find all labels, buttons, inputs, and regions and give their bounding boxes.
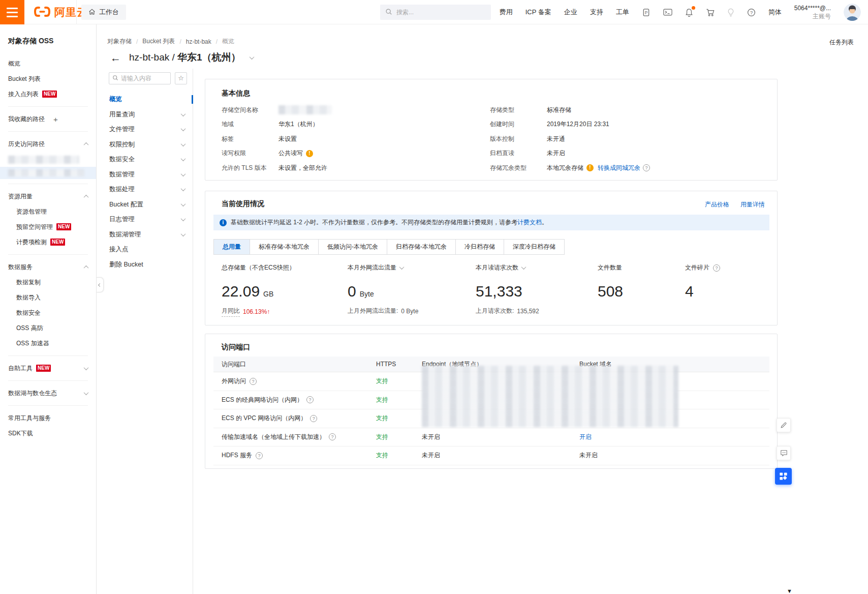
bucket-switch-chevron-icon[interactable]	[249, 54, 254, 60]
blurred-history-path	[8, 156, 79, 164]
sidebar-item-oss-accelerator[interactable]: OSS 加速器	[0, 336, 96, 351]
new-badge: NEW	[36, 365, 51, 372]
blurred-history-path-selected[interactable]	[0, 167, 96, 179]
info-row-bucket-name: 存储空间名称	[222, 103, 486, 117]
tab-ia-lrs[interactable]: 低频访问-本地冗余	[318, 239, 387, 255]
submenu-item-file-management[interactable]: 文件管理	[102, 122, 193, 137]
add-favorite-icon[interactable]: +	[53, 115, 58, 124]
api-icon[interactable]: P	[642, 8, 650, 17]
help-circle-icon[interactable]: ?	[306, 396, 314, 403]
breadcrumb-bucket-list[interactable]: Bucket 列表	[142, 37, 175, 46]
sidebar-data-services-section[interactable]: 数据服务	[0, 259, 96, 275]
cart-icon[interactable]	[706, 8, 715, 17]
submenu-item-data-processing[interactable]: 数据处理	[102, 182, 193, 197]
sidebar-item-reserved-capacity[interactable]: 预留空间管理 NEW	[0, 219, 96, 234]
submenu-item-overview[interactable]: 概览	[102, 92, 193, 107]
tab-standard-lrs[interactable]: 标准存储-本地冗余	[250, 239, 319, 255]
language-toggle[interactable]: 简体	[768, 8, 782, 17]
help-circle-icon[interactable]: ?	[713, 264, 720, 272]
help-circle-icon[interactable]: ?	[643, 164, 650, 171]
chevron-down-icon	[181, 141, 186, 146]
submenu-item-data-management[interactable]: 数据管理	[102, 167, 193, 183]
usage-details-link[interactable]: 用量详情	[740, 200, 765, 209]
divider	[8, 131, 88, 132]
task-list-link[interactable]: 任务列表	[829, 38, 854, 47]
sidebar-item-oss-anti-ddos[interactable]: OSS 高防	[0, 320, 96, 336]
breadcrumb-bucket[interactable]: hz-bt-bak	[186, 38, 211, 45]
chevron-down-icon	[181, 231, 186, 236]
sidebar-self-tools-section[interactable]: 自助工具NEW	[0, 361, 96, 376]
help-circle-icon[interactable]: ?	[256, 452, 263, 459]
global-search[interactable]	[380, 5, 491, 20]
stat-file-fragments: 文件碎片? 4	[685, 263, 720, 300]
avatar[interactable]	[844, 4, 861, 21]
submenu-item-access-control[interactable]: 权限控制	[102, 137, 193, 153]
chevron-down-icon[interactable]	[399, 264, 405, 270]
notifications-bell-icon[interactable]	[685, 8, 693, 17]
hamburger-menu-icon[interactable]	[0, 0, 24, 24]
favorite-star-button[interactable]: ☆	[175, 72, 187, 84]
sidebar-item-data-security[interactable]: 数据安全	[0, 305, 96, 320]
account-menu[interactable]: 5064*****@... 主账号	[794, 4, 831, 20]
global-search-input[interactable]	[396, 9, 486, 16]
tab-archive-lrs[interactable]: 归档存储-本地冗余	[387, 239, 456, 255]
nav-enterprise[interactable]: 企业	[564, 8, 577, 17]
submenu-item-log-management[interactable]: 日志管理	[102, 212, 193, 227]
tab-deep-cold-archive[interactable]: 深度冷归档存储	[504, 239, 565, 255]
submenu-item-usage-query[interactable]: 用量查询	[102, 107, 193, 123]
feedback-edit-button[interactable]	[777, 418, 791, 432]
sidebar-item-data-import[interactable]: 数据导入	[0, 290, 96, 305]
submenu-item-data-lake-management[interactable]: 数据湖管理	[102, 227, 193, 243]
breadcrumb-oss[interactable]: 对象存储	[107, 37, 132, 46]
info-row-created-time: 创建时间 2019年12月20日 23:31	[490, 117, 767, 132]
convert-zrs-link[interactable]: 转换成同城冗余	[598, 164, 640, 172]
submenu-search-input[interactable]	[121, 75, 167, 82]
terminal-icon[interactable]	[663, 8, 672, 16]
basic-info-card: 基本信息 存储空间名称 地域 华东1（杭州） 标签 未设置 读写权限 公共读写	[205, 79, 778, 181]
stat-read-requests: 本月读请求次数 51,333 上月请求次数:135,592	[476, 263, 539, 315]
help-icon[interactable]: ?	[747, 8, 756, 17]
submenu-item-access-point[interactable]: 接入点	[102, 242, 193, 257]
product-pricing-link[interactable]: 产品价格	[705, 200, 729, 209]
sidebar-history-section[interactable]: 历史访问路径	[0, 136, 96, 152]
help-circle-icon[interactable]: ?	[310, 415, 317, 422]
sidebar-item-access-points[interactable]: 接入点列表 NEW	[0, 86, 96, 102]
submenu-search[interactable]	[109, 72, 171, 84]
console-apps-button[interactable]	[775, 468, 792, 485]
chevron-down-icon	[181, 216, 186, 221]
sidebar-collapse-handle[interactable]	[97, 277, 104, 292]
workbench-button[interactable]: 工作台	[81, 5, 126, 20]
help-circle-icon[interactable]: ?	[329, 433, 336, 440]
nav-support[interactable]: 支持	[590, 8, 603, 17]
sidebar-favorites[interactable]: 我收藏的路径+	[0, 111, 96, 127]
submenu-item-data-security[interactable]: 数据安全	[102, 152, 193, 167]
submenu-item-delete-bucket[interactable]: 删除 Bucket	[102, 257, 193, 273]
nav-billing[interactable]: 费用	[500, 8, 513, 17]
tab-cold-archive[interactable]: 冷归档存储	[455, 239, 504, 255]
support-chat-button[interactable]	[777, 446, 791, 460]
sidebar-item-billing-check[interactable]: 计费项检测 NEW	[0, 234, 96, 250]
basic-info-left-column: 存储空间名称 地域 华东1（杭州） 标签 未设置 读写权限 公共读写 !	[222, 103, 486, 175]
scroll-down-arrow-icon[interactable]: ▼	[787, 588, 792, 594]
sidebar-item-bucket-list[interactable]: Bucket 列表	[0, 71, 96, 86]
tab-total-usage[interactable]: 总用量	[213, 239, 250, 255]
nav-icp[interactable]: ICP 备案	[525, 8, 551, 17]
back-arrow-icon[interactable]: ←	[110, 52, 121, 63]
sidebar-item-sdk-download[interactable]: SDK下载	[0, 426, 96, 441]
aliyun-logo[interactable]: 阿里云	[34, 0, 88, 24]
top-bar: 阿里云 工作台 费用 ICP 备案 企业 支持 工单 P	[0, 0, 868, 24]
submenu-item-bucket-config[interactable]: Bucket 配置	[102, 197, 193, 213]
sidebar-item-data-replication[interactable]: 数据复制	[0, 275, 96, 290]
lightbulb-icon[interactable]	[727, 8, 734, 17]
nav-tickets[interactable]: 工单	[616, 8, 629, 17]
enable-acceleration-link[interactable]: 开启	[579, 433, 592, 440]
sidebar-data-lake-section[interactable]: 数据湖与数仓生态	[0, 385, 96, 401]
new-badge: NEW	[42, 91, 57, 98]
sidebar-resource-usage-section[interactable]: 资源用量	[0, 189, 96, 204]
help-circle-icon[interactable]: ?	[250, 378, 257, 385]
sidebar-item-overview[interactable]: 概览	[0, 56, 96, 71]
billing-doc-link[interactable]: 计费文档	[517, 219, 542, 226]
sidebar-item-resource-packages[interactable]: 资源包管理	[0, 204, 96, 219]
chevron-down-icon[interactable]	[521, 264, 526, 270]
sidebar-item-common-tools[interactable]: 常用工具与服务	[0, 410, 96, 426]
